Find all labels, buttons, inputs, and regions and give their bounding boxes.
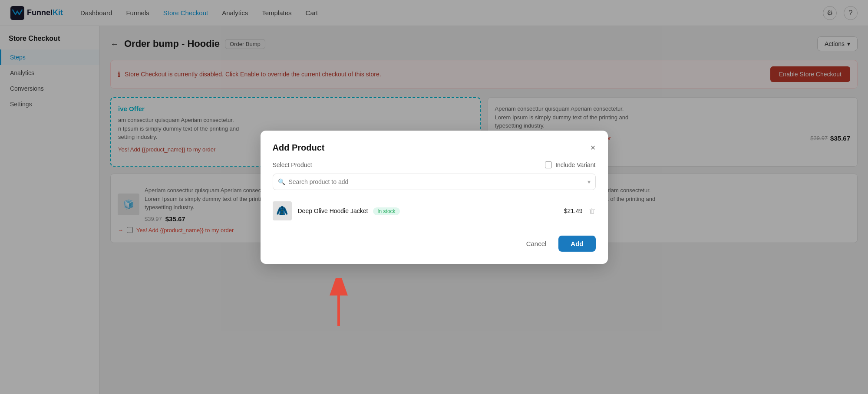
search-wrapper: 🔍 ▾ [273,174,596,190]
include-variant-label: Include Variant [555,161,595,168]
product-row: 🧥 Deep Olive Hoodie Jacket In stock $21.… [273,197,596,225]
product-price: $21.49 [564,207,583,214]
include-variant-row: Include Variant [545,161,595,168]
include-variant-checkbox[interactable] [545,161,552,168]
modal-overlay: Add Product × Select Product Include Var… [0,0,868,394]
modal-footer: Cancel Add [273,236,596,252]
product-name-text: Deep Olive Hoodie Jacket [298,207,368,214]
add-button[interactable]: Add [558,236,595,252]
delete-product-icon[interactable]: 🗑 [589,207,596,215]
select-product-label: Select Product [273,161,312,168]
cancel-button[interactable]: Cancel [519,236,554,251]
in-stock-badge: In stock [373,207,399,215]
search-icon: 🔍 [278,178,285,185]
modal-header: Add Product × [273,143,596,153]
product-name: Deep Olive Hoodie Jacket In stock [298,207,558,214]
add-product-modal: Add Product × Select Product Include Var… [261,131,608,264]
select-product-row: Select Product Include Variant [273,161,596,168]
product-thumbnail: 🧥 [273,201,292,220]
arrow-annotation [321,278,356,332]
search-product-input[interactable] [273,174,596,190]
modal-close-button[interactable]: × [591,143,596,152]
modal-title: Add Product [273,143,325,153]
search-chevron-icon: ▾ [587,178,591,185]
